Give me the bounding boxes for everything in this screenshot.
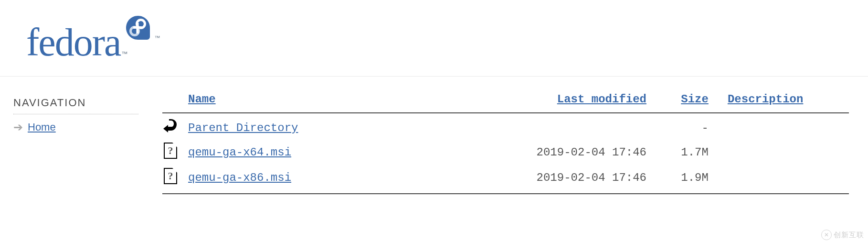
file-modified-cell: 2019-02-04 17:46	[518, 140, 651, 165]
header-icon-cell	[158, 92, 183, 110]
file-name-cell: qemu-ga-x86.msi	[183, 165, 518, 190]
fedora-bubble-icon: ™	[125, 14, 151, 43]
divider-row	[158, 190, 854, 197]
sidebar: NAVIGATION ➔ Home	[0, 77, 143, 197]
file-desc-cell	[723, 140, 854, 165]
sidebar-item-home[interactable]: ➔ Home	[13, 121, 143, 133]
sort-by-modified[interactable]: Last modified	[557, 93, 646, 106]
parent-directory-link[interactable]: Parent Directory	[188, 122, 298, 134]
table-header-row: Name Last modified Size Description	[158, 92, 854, 110]
header-last-modified: Last modified	[518, 92, 651, 110]
unknown-file-icon	[164, 143, 177, 159]
file-name-cell: qemu-ga-x64.msi	[183, 140, 518, 165]
file-link[interactable]: qemu-ga-x86.msi	[188, 171, 291, 184]
header-size: Size	[651, 92, 723, 110]
parent-desc-cell	[723, 116, 854, 140]
watermark-text: 创新互联	[834, 231, 864, 240]
trademark-text: ™	[154, 34, 160, 41]
parent-modified-cell	[518, 116, 651, 140]
watermark: ✕ 创新互联	[821, 230, 864, 240]
file-modified-cell: 2019-02-04 17:46	[518, 165, 651, 190]
unknown-file-icon	[164, 168, 177, 184]
divider-row	[158, 110, 854, 116]
sidebar-title: NAVIGATION	[13, 97, 138, 114]
logo-text: fedora	[26, 14, 120, 62]
nav-link-home[interactable]: Home	[28, 121, 56, 133]
file-size-cell: 1.7M	[651, 140, 723, 165]
sort-by-description[interactable]: Description	[728, 93, 803, 106]
header-name: Name	[183, 92, 518, 110]
header-description: Description	[723, 92, 854, 110]
back-icon	[158, 116, 183, 140]
parent-directory-cell: Parent Directory	[183, 116, 518, 140]
file-icon-cell	[158, 140, 183, 165]
sort-by-size[interactable]: Size	[681, 93, 709, 106]
trademark-text: ™	[121, 50, 127, 57]
file-icon-cell	[158, 165, 183, 190]
fedora-logo: fedora ™ ™	[26, 14, 151, 62]
table-row: qemu-ga-x64.msi 2019-02-04 17:46 1.7M	[158, 140, 854, 165]
arrow-right-icon: ➔	[13, 122, 23, 133]
sort-by-name[interactable]: Name	[188, 93, 216, 106]
header: fedora ™ ™	[0, 0, 868, 77]
file-link[interactable]: qemu-ga-x64.msi	[188, 146, 291, 159]
file-desc-cell	[723, 165, 854, 190]
table-row: qemu-ga-x86.msi 2019-02-04 17:46 1.9M	[158, 165, 854, 190]
parent-size-cell: -	[651, 116, 723, 140]
directory-listing: Name Last modified Size Description Pare…	[143, 77, 868, 197]
parent-directory-row: Parent Directory -	[158, 116, 854, 140]
index-table: Name Last modified Size Description Pare…	[158, 92, 854, 197]
file-size-cell: 1.9M	[651, 165, 723, 190]
svg-rect-3	[133, 26, 142, 29]
nav-list: ➔ Home	[13, 121, 143, 133]
watermark-icon: ✕	[821, 230, 832, 240]
